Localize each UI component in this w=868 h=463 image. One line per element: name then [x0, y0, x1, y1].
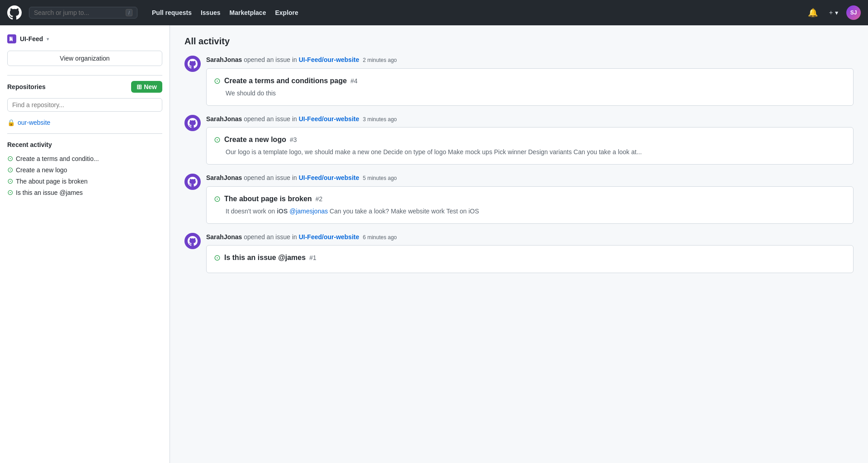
issue-number-4: #1 [309, 254, 316, 261]
activity-meta-2: SarahJonas opened an issue in UI-Feed/ou… [206, 115, 854, 124]
view-organization-button[interactable]: View organization [7, 51, 162, 66]
repositories-section-header: Repositories ⊞ New [7, 81, 162, 93]
find-repository-input[interactable] [7, 98, 162, 112]
activity-meta-3: SarahJonas opened an issue in UI-Feed/ou… [206, 174, 854, 183]
avatar-1 [184, 56, 201, 72]
recent-item-text-3: The about page is broken [16, 178, 88, 185]
issue-number-2: #3 [290, 136, 297, 143]
issue-title-row-2: ⊙ Create a new logo #3 [214, 135, 846, 145]
issue-open-icon-2: ⊙ [7, 165, 13, 174]
activity-repo-3[interactable]: UI-Feed/our-website [299, 174, 359, 181]
org-dropdown-icon[interactable]: ▾ [47, 36, 49, 42]
activity-item-2: SarahJonas opened an issue in UI-Feed/ou… [184, 115, 854, 165]
activity-action-3: opened an issue in [244, 174, 298, 181]
activity-repo-4[interactable]: UI-Feed/our-website [299, 233, 359, 241]
recent-item-text-1: Create a terms and conditio... [16, 155, 99, 162]
issue-card-4[interactable]: ⊙ Is this an issue @james #1 [206, 245, 854, 273]
issue-body-3: It doesn't work on iOS @jamesjonas Can y… [226, 207, 846, 216]
activity-item-3: SarahJonas opened an issue in UI-Feed/ou… [184, 174, 854, 224]
activity-time-4: 6 minutes ago [363, 234, 396, 241]
avatar-initials: SJ [850, 9, 857, 16]
activity-content-2: SarahJonas opened an issue in UI-Feed/ou… [206, 115, 854, 165]
activity-action-1: opened an issue in [244, 56, 298, 63]
chevron-down-icon: ▾ [835, 9, 838, 16]
activity-user-4[interactable]: SarahJonas [206, 233, 242, 241]
issue-open-circle-1: ⊙ [214, 76, 221, 86]
activity-user-1[interactable]: SarahJonas [206, 56, 242, 63]
activity-repo-1[interactable]: UI-Feed/our-website [299, 56, 359, 63]
issue-open-icon-4: ⊙ [7, 188, 13, 197]
activity-time-1: 2 minutes ago [363, 57, 396, 63]
repositories-title: Repositories [7, 83, 46, 90]
issue-card-2[interactable]: ⊙ Create a new logo #3 Our logo is a tem… [206, 127, 854, 165]
issue-number-1: #4 [350, 77, 358, 85]
search-box[interactable]: / [29, 7, 137, 19]
explore-link[interactable]: Explore [271, 6, 302, 19]
issue-title-row-1: ⊙ Create a terms and conditions page #4 [214, 76, 846, 86]
sidebar: UI-Feed ▾ View organization Repositories… [0, 25, 170, 463]
recent-item-2[interactable]: ⊙ Create a new logo [7, 164, 162, 175]
issue-title-3: The about page is broken [224, 195, 312, 203]
issue-card-3[interactable]: ⊙ The about page is broken #2 It doesn't… [206, 186, 854, 224]
avatar-2 [184, 115, 201, 131]
page-layout: UI-Feed ▾ View organization Repositories… [0, 25, 868, 463]
new-repo-button[interactable]: ⊞ New [131, 81, 162, 93]
issue-open-circle-3: ⊙ [214, 194, 221, 204]
plus-icon: ＋ [828, 9, 834, 17]
repo-item[interactable]: 🔒 our-website [7, 117, 162, 128]
user-avatar[interactable]: SJ [846, 5, 861, 20]
search-input[interactable] [34, 9, 122, 16]
activity-item-4: SarahJonas opened an issue in UI-Feed/ou… [184, 233, 854, 274]
org-icon [7, 34, 16, 43]
issue-title-row-3: ⊙ The about page is broken #2 [214, 194, 846, 204]
issue-title-2: Create a new logo [224, 136, 286, 144]
issue-title-row-4: ⊙ Is this an issue @james #1 [214, 253, 846, 263]
activity-meta-1: SarahJonas opened an issue in UI-Feed/ou… [206, 56, 854, 65]
issue-number-3: #2 [316, 195, 323, 203]
ios-mention: iOS [277, 208, 288, 215]
recent-item-1[interactable]: ⊙ Create a terms and conditio... [7, 153, 162, 164]
navbar: / Pull requests Issues Marketplace Explo… [0, 0, 868, 25]
activity-time-2: 3 minutes ago [363, 116, 396, 123]
activity-content-1: SarahJonas opened an issue in UI-Feed/ou… [206, 56, 854, 106]
issue-body-1: We should do this [226, 89, 846, 98]
activity-repo-2[interactable]: UI-Feed/our-website [299, 115, 359, 123]
activity-content-3: SarahJonas opened an issue in UI-Feed/ou… [206, 174, 854, 224]
activity-user-2[interactable]: SarahJonas [206, 115, 242, 123]
org-name: UI-Feed [20, 35, 43, 43]
avatar-3 [184, 174, 201, 190]
issue-open-icon-1: ⊙ [7, 154, 13, 163]
activity-user-3[interactable]: SarahJonas [206, 174, 242, 181]
issue-card-1[interactable]: ⊙ Create a terms and conditions page #4 … [206, 68, 854, 106]
repo-link[interactable]: our-website [18, 119, 50, 126]
issues-link[interactable]: Issues [197, 6, 224, 19]
issue-open-circle-2: ⊙ [214, 135, 221, 145]
recent-item-4[interactable]: ⊙ Is this an issue @james [7, 187, 162, 198]
marketplace-link[interactable]: Marketplace [226, 6, 270, 19]
issue-title-1: Create a terms and conditions page [224, 77, 347, 85]
user-mention[interactable]: @jamesjonas [289, 208, 328, 215]
sidebar-divider-2 [7, 133, 162, 134]
github-logo[interactable] [7, 5, 22, 20]
pull-requests-link[interactable]: Pull requests [148, 6, 195, 19]
nav-links: Pull requests Issues Marketplace Explore [148, 6, 302, 19]
issue-open-circle-4: ⊙ [214, 253, 221, 263]
issue-body-2: Our logo is a template logo, we should m… [226, 147, 846, 157]
recent-activity-title: Recent activity [7, 141, 162, 148]
main-content: All activity SarahJonas opened an issue … [170, 25, 868, 463]
recent-item-text-4: Is this an issue @james [16, 189, 83, 196]
repo-icon: ⊞ [137, 83, 142, 90]
issue-title-4: Is this an issue @james [224, 254, 306, 262]
activity-meta-4: SarahJonas opened an issue in UI-Feed/ou… [206, 233, 854, 242]
slash-kbd: / [126, 9, 132, 16]
avatar-4 [184, 233, 201, 249]
activity-content-4: SarahJonas opened an issue in UI-Feed/ou… [206, 233, 854, 274]
org-header: UI-Feed ▾ [7, 34, 162, 43]
nav-right: 🔔 ＋ ▾ SJ [806, 5, 861, 20]
activity-item-1: SarahJonas opened an issue in UI-Feed/ou… [184, 56, 854, 106]
activity-action-4: opened an issue in [244, 233, 298, 241]
notifications-button[interactable]: 🔔 [806, 6, 820, 19]
create-new-button[interactable]: ＋ ▾ [825, 7, 841, 19]
recent-item-3[interactable]: ⊙ The about page is broken [7, 175, 162, 187]
new-label: New [144, 83, 157, 90]
